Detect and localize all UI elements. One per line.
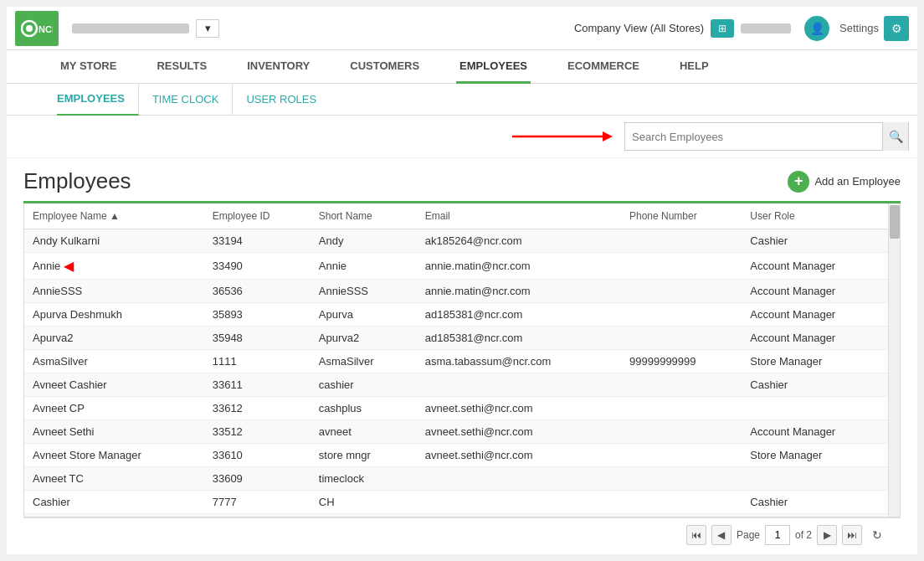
email-cell: ad185381@ncr.com — [417, 303, 621, 327]
short-name-cell: Andy — [311, 229, 417, 253]
table-row[interactable]: Avneet Store Manager33610store mngravnee… — [24, 444, 888, 467]
scrollbar-track[interactable] — [888, 203, 900, 517]
gear-icon[interactable]: ⚙ — [884, 16, 909, 41]
table-row[interactable]: Cashier7777CHCashier — [24, 491, 888, 514]
employee-name: Cashier — [24, 491, 204, 514]
nav-customers[interactable]: CUSTOMERS — [346, 50, 423, 84]
phone-cell — [621, 514, 742, 517]
phone-cell — [621, 373, 742, 397]
phone-cell — [621, 491, 742, 514]
table-row[interactable]: Avneet CP33612cashplusavneet.sethi@ncr.c… — [24, 397, 888, 420]
store-name-blurred — [72, 23, 189, 33]
table-row[interactable]: Cashier Plus2222CPsusan.john@ncr.comAcco… — [24, 514, 888, 517]
role-cell — [742, 467, 888, 491]
page-input[interactable] — [765, 525, 790, 545]
nav-employees[interactable]: EMPLOYEES — [456, 50, 531, 84]
nav-help[interactable]: HELP — [676, 50, 712, 84]
col-user-role: User Role — [742, 203, 888, 229]
add-employee-label: Add an Employee — [814, 175, 901, 188]
table-row[interactable]: Apurva235948Apurva2ad185381@ncr.comAccou… — [24, 327, 888, 350]
table-wrapper: Employee Name ▲ Employee ID Short Name E… — [23, 203, 901, 517]
phone-cell — [621, 467, 742, 491]
page-label: Page — [737, 529, 760, 541]
top-bar-right: 👤 Settings ⚙ — [804, 16, 909, 41]
search-input[interactable] — [625, 131, 882, 143]
role-cell: Account Manager — [742, 303, 888, 327]
scrollbar-thumb[interactable] — [890, 205, 900, 239]
settings-label: Settings — [839, 22, 879, 34]
phone-cell — [621, 327, 742, 350]
next-page-button[interactable]: ▶ — [817, 525, 837, 545]
role-cell: Cashier — [742, 229, 888, 253]
search-button[interactable]: 🔍 — [882, 122, 908, 151]
role-cell — [742, 397, 888, 420]
employees-table: Employee Name ▲ Employee ID Short Name E… — [24, 203, 888, 517]
short-name-cell: Apurva — [311, 303, 417, 327]
table-row[interactable]: Apurva Deshmukh35893Apurvaad185381@ncr.c… — [24, 303, 888, 327]
table-row[interactable]: Annie◀33490Annieannie.matin@ncr.comAccou… — [24, 253, 888, 280]
short-name-cell: Annie — [311, 253, 417, 280]
email-cell: susan.john@ncr.com — [417, 514, 621, 517]
table-row[interactable]: AnnieSSS36536AnnieSSSannie.matin@ncr.com… — [24, 280, 888, 303]
arrow-container — [15, 128, 619, 145]
nav-ecommerce[interactable]: ECOMMERCE — [564, 50, 643, 84]
sub-nav-user-roles[interactable]: USER ROLES — [233, 84, 330, 116]
svg-marker-4 — [603, 131, 613, 142]
role-cell: Store Manager — [742, 444, 888, 467]
table-row[interactable]: AsmaSilver1111AsmaSilverasma.tabassum@nc… — [24, 350, 888, 373]
col-employee-id: Employee ID — [204, 203, 311, 229]
phone-cell — [621, 444, 742, 467]
role-cell: Store Manager — [742, 350, 888, 373]
table-scroll[interactable]: Employee Name ▲ Employee ID Short Name E… — [24, 203, 900, 517]
phone-cell — [621, 280, 742, 303]
svg-point-1 — [26, 25, 33, 32]
employee-name: Avneet Sethi — [24, 420, 204, 444]
search-area: 🔍 — [7, 116, 917, 158]
page-content: Employees + Add an Employee Employee Nam… — [7, 158, 917, 552]
col-employee-name[interactable]: Employee Name ▲ — [24, 203, 204, 229]
employee-name: Cashier Plus — [24, 514, 204, 517]
employee-id-cell: 33490 — [204, 253, 311, 280]
refresh-button[interactable]: ↻ — [867, 525, 887, 545]
employee-name: Avneet Store Manager — [24, 444, 204, 467]
employee-name: Avneet Cashier — [24, 373, 204, 397]
nav-inventory[interactable]: INVENTORY — [244, 50, 313, 84]
email-cell: avneet.sethi@ncr.com — [417, 420, 621, 444]
nav-my-store[interactable]: MY STORE — [57, 50, 120, 84]
sub-nav-time-clock[interactable]: TIME CLOCK — [139, 84, 233, 116]
employee-id-cell: 33612 — [204, 397, 311, 420]
employee-id-cell: 33610 — [204, 444, 311, 467]
dropdown-btn[interactable]: ▾ — [196, 19, 219, 38]
table-row[interactable]: Avneet Sethi33512avneetavneet.sethi@ncr.… — [24, 420, 888, 444]
col-short-name: Short Name — [311, 203, 417, 229]
outer-wrapper: NCR ▾ Company View (All Stores) ⊞ 👤 Sett… — [0, 0, 924, 561]
employee-name: Apurva2 — [24, 327, 204, 350]
page-title: Employees — [23, 168, 131, 194]
table-row[interactable]: Avneet Cashier33611cashierCashier — [24, 373, 888, 397]
first-page-button[interactable]: ⏮ — [686, 525, 706, 545]
table-row[interactable]: Avneet TC33609timeclock — [24, 467, 888, 491]
company-view: Company View (All Stores) ⊞ — [574, 19, 791, 38]
last-page-button[interactable]: ⏭ — [842, 525, 862, 545]
sub-nav-employees[interactable]: EMPLOYEES — [57, 84, 139, 116]
phone-cell — [621, 253, 742, 280]
phone-cell: 99999999999 — [621, 350, 742, 373]
email-cell: avneet.sethi@ncr.com — [417, 397, 621, 420]
role-cell: Account Manager — [742, 280, 888, 303]
add-employee-button[interactable]: + Add an Employee — [788, 171, 901, 193]
short-name-cell: store mngr — [311, 444, 417, 467]
role-cell: Account Manager — [742, 420, 888, 444]
employee-name: Annie — [33, 260, 60, 272]
table-row[interactable]: Andy Kulkarni33194Andyak185264@ncr.comCa… — [24, 229, 888, 253]
company-view-label: Company View (All Stores) — [574, 22, 704, 34]
sub-nav: EMPLOYEES TIME CLOCK USER ROLES — [7, 84, 917, 116]
user-avatar[interactable]: 👤 — [804, 16, 829, 41]
company-view-icon: ⊞ — [711, 19, 734, 38]
employee-id-cell: 33512 — [204, 420, 311, 444]
phone-cell — [621, 397, 742, 420]
short-name-cell: cashplus — [311, 397, 417, 420]
nav-results[interactable]: RESULTS — [153, 50, 210, 84]
prev-page-button[interactable]: ◀ — [711, 525, 732, 545]
short-name-cell: CH — [311, 491, 417, 514]
email-cell — [417, 373, 621, 397]
